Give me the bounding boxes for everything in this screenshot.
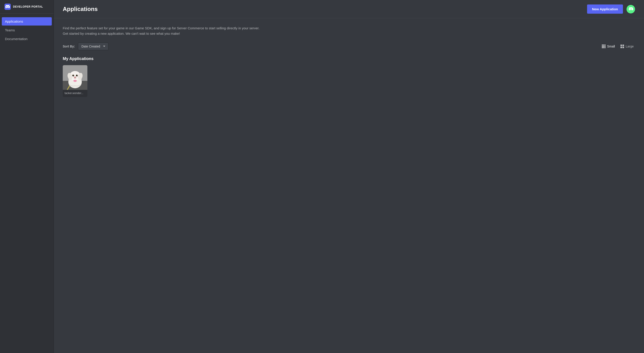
grid-large-icon <box>620 44 624 48</box>
svg-rect-11 <box>622 44 624 46</box>
svg-rect-8 <box>603 47 604 48</box>
app-card[interactable]: tacker.wonder... <box>63 65 88 97</box>
svg-rect-13 <box>622 46 624 48</box>
svg-rect-4 <box>602 46 603 47</box>
view-large-label: Large <box>626 44 634 48</box>
portal-title: DEVELOPER PORTAL <box>13 5 43 8</box>
sidebar-item-applications[interactable]: Applications <box>2 17 52 25</box>
svg-rect-5 <box>603 46 604 47</box>
view-toggle: Small Large <box>600 43 635 49</box>
avatar-icon <box>628 7 633 12</box>
sidebar-nav: Applications Teams Documentation <box>0 14 54 46</box>
svg-rect-10 <box>620 44 622 46</box>
page-description: Find the perfect feature set for your ga… <box>63 25 264 36</box>
svg-rect-12 <box>620 46 622 48</box>
view-small-label: Small <box>607 44 615 48</box>
svg-point-22 <box>72 75 74 76</box>
main-content: Applications New Application Find the pe… <box>54 0 644 353</box>
svg-point-25 <box>77 75 77 75</box>
sort-bar: Sort By: Date Created Name <box>63 42 635 50</box>
svg-point-27 <box>74 77 75 77</box>
sidebar: DEVELOPER PORTAL Applications Teams Docu… <box>0 0 54 353</box>
svg-rect-7 <box>602 47 603 48</box>
discord-logo-icon <box>4 3 11 10</box>
apps-grid: tacker.wonder... <box>63 65 635 97</box>
sidebar-item-documentation[interactable]: Documentation <box>2 35 52 43</box>
view-small-button[interactable]: Small <box>600 43 616 49</box>
sidebar-header: DEVELOPER PORTAL <box>0 0 54 14</box>
svg-rect-3 <box>604 44 606 45</box>
svg-rect-1 <box>602 44 603 45</box>
svg-point-28 <box>75 77 76 77</box>
sort-left: Sort By: Date Created Name <box>63 42 108 50</box>
svg-rect-9 <box>604 47 606 48</box>
svg-point-24 <box>73 75 74 75</box>
sort-select[interactable]: Date Created Name <box>78 42 108 50</box>
app-card-image-placeholder <box>63 65 88 90</box>
svg-rect-2 <box>603 44 604 45</box>
svg-point-23 <box>76 75 78 76</box>
grid-small-icon <box>602 44 606 48</box>
section-title: My Applications <box>63 56 635 61</box>
page-title: Applications <box>63 5 98 12</box>
app-card-name: tacker.wonder... <box>63 90 88 95</box>
view-large-button[interactable]: Large <box>619 43 635 49</box>
sidebar-item-teams[interactable]: Teams <box>2 26 52 34</box>
new-application-button[interactable]: New Application <box>587 4 623 14</box>
top-bar: Applications New Application <box>54 0 644 18</box>
svg-rect-6 <box>604 46 606 47</box>
content-area: Find the perfect feature set for your ga… <box>54 18 644 104</box>
user-avatar[interactable] <box>626 5 635 13</box>
sort-by-label: Sort By: <box>63 44 75 48</box>
top-bar-right: New Application <box>587 4 635 14</box>
svg-point-29 <box>74 80 76 81</box>
svg-point-26 <box>74 77 76 78</box>
